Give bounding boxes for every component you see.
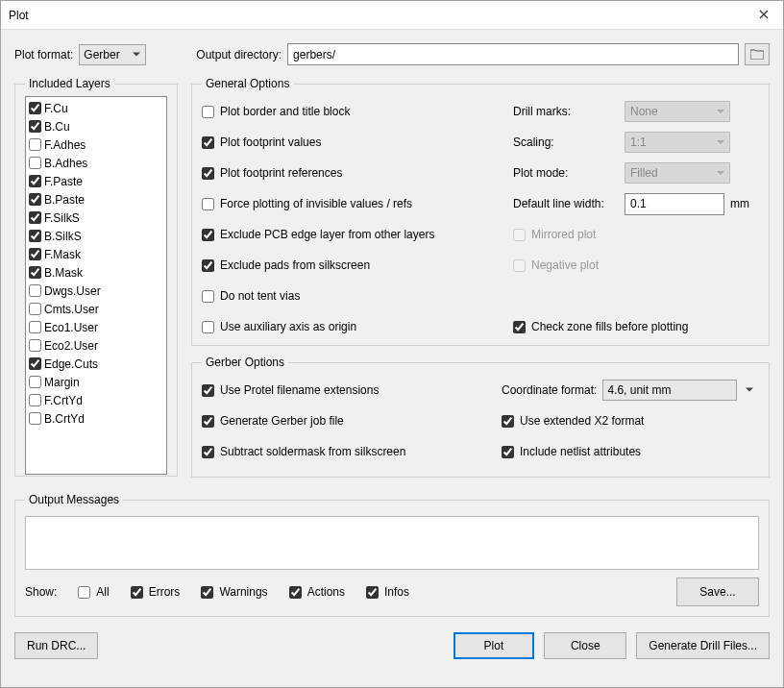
layer-item[interactable]: B.Mask [29,263,163,282]
layer-checkbox[interactable] [29,412,41,425]
layer-checkbox[interactable] [29,138,41,151]
netlist-label: Include netlist attributes [520,445,641,458]
layer-item[interactable]: F.CrtYd [29,391,163,409]
general-footprint-refs-checkbox[interactable] [202,167,214,180]
general-force-invisible-checkbox[interactable] [202,198,214,210]
layer-name: F.Mask [44,248,81,261]
layer-name: B.CrtYd [44,412,85,426]
plot-format-select[interactable]: Gerber [79,44,146,65]
general-exclude-pads[interactable]: Exclude pads from silkscreen [202,250,490,281]
general-options-legend: General Options [202,77,293,90]
layer-checkbox[interactable] [29,357,41,370]
general-border[interactable]: Plot border and title block [202,96,490,127]
show-infos-checkbox[interactable] [366,586,379,599]
general-border-label: Plot border and title block [220,105,350,118]
layer-name: B.SilkS [44,230,82,243]
layer-checkbox[interactable] [29,339,41,352]
x2-checkbox[interactable] [502,415,514,428]
layer-item[interactable]: F.Paste [29,172,163,190]
layer-checkbox[interactable] [29,284,41,297]
layer-item[interactable]: B.SilkS [29,227,163,245]
layer-item[interactable]: Cmts.User [29,300,163,318]
layer-item[interactable]: B.Adhes [29,154,163,172]
layer-item[interactable]: Edge.Cuts [29,355,163,373]
output-messages-legend: Output Messages [25,493,123,506]
output-dir-input[interactable] [287,43,739,65]
layer-checkbox[interactable] [29,193,41,206]
output-messages-group: Output Messages Show: All Errors Warning… [14,493,770,617]
general-footprint-values-label: Plot footprint values [220,135,321,149]
gerber-subtract[interactable]: Subtract soldermask from silkscreen [202,436,490,467]
general-footprint-values-checkbox[interactable] [202,136,214,149]
layer-item[interactable]: Dwgs.User [29,282,163,300]
layer-name: Margin [44,376,80,389]
check-zone-label: Check zone fills before plotting [531,320,688,333]
plot-button[interactable]: Plot [453,632,535,659]
coord-format-select[interactable]: 4.6, unit mm [602,380,737,401]
layer-name: B.Adhes [44,157,87,170]
general-aux-axis[interactable]: Use auxiliary axis as origin [202,311,490,342]
layer-item[interactable]: B.Paste [29,190,163,209]
layer-name: F.CrtYd [44,394,83,407]
browse-dir-button[interactable] [745,43,770,65]
layer-checkbox[interactable] [29,157,41,169]
general-no-tent-checkbox[interactable] [202,290,214,303]
generate-drill-button[interactable]: Generate Drill Files... [636,632,770,659]
general-exclude-edge[interactable]: Exclude PCB edge layer from other layers [202,219,490,250]
general-aux-axis-checkbox[interactable] [202,321,214,333]
layer-item[interactable]: B.Cu [29,117,163,135]
close-icon[interactable] [752,9,775,22]
close-button[interactable]: Close [544,632,626,659]
gerber-protel-checkbox[interactable] [202,384,214,397]
gerber-jobfile-label: Generate Gerber job file [220,414,344,428]
layer-checkbox[interactable] [29,175,41,187]
layer-checkbox[interactable] [29,211,41,224]
check-zone-checkbox[interactable] [513,321,526,333]
layer-checkbox[interactable] [29,321,41,333]
save-button[interactable]: Save... [676,577,759,606]
layer-checkbox[interactable] [29,303,41,315]
general-force-invisible[interactable]: Force plotting of invisible values / ref… [202,188,490,219]
netlist-checkbox[interactable] [502,446,514,458]
gerber-subtract-checkbox[interactable] [202,446,214,458]
layer-name: B.Paste [44,193,85,207]
run-drc-button[interactable]: Run DRC... [14,632,98,659]
show-errors-checkbox[interactable] [131,586,143,599]
layer-name: Edge.Cuts [44,357,98,371]
layer-checkbox[interactable] [29,394,41,406]
layer-item[interactable]: F.Adhes [29,135,163,154]
layer-checkbox[interactable] [29,120,41,133]
layer-item[interactable]: Eco1.User [29,318,163,336]
layer-checkbox[interactable] [29,266,41,279]
scaling-label: Scaling: [513,135,619,149]
layer-checkbox[interactable] [29,376,41,388]
layer-item[interactable]: B.CrtYd [29,409,163,428]
layer-checkbox[interactable] [29,230,41,242]
window-title: Plot [9,9,752,22]
gerber-jobfile[interactable]: Generate Gerber job file [202,405,490,436]
default-lw-input[interactable] [625,193,724,215]
layer-item[interactable]: Margin [29,373,163,391]
show-warnings-checkbox[interactable] [201,586,213,599]
layer-item[interactable]: F.SilkS [29,209,163,227]
layer-name: F.Adhes [44,138,86,152]
layer-checkbox[interactable] [29,102,41,114]
general-exclude-edge-checkbox[interactable] [202,229,214,241]
general-exclude-pads-checkbox[interactable] [202,259,214,272]
gerber-protel[interactable]: Use Protel filename extensions [202,375,490,405]
general-border-checkbox[interactable] [202,106,214,118]
negative-checkbox [513,259,526,272]
layer-item[interactable]: Eco2.User [29,336,163,355]
mirrored-label: Mirrored plot [531,228,596,241]
layer-item[interactable]: F.Cu [29,99,163,117]
general-no-tent[interactable]: Do not tent vias [202,281,490,311]
show-actions-checkbox[interactable] [289,586,302,599]
layer-checkbox[interactable] [29,248,41,260]
layers-list[interactable]: F.CuB.CuF.AdhesB.AdhesF.PasteB.PasteF.Si… [25,96,167,475]
layer-item[interactable]: F.Mask [29,245,163,263]
show-all-checkbox[interactable] [78,586,90,599]
gerber-jobfile-checkbox[interactable] [202,415,214,428]
general-footprint-values[interactable]: Plot footprint values [202,127,490,158]
general-footprint-refs[interactable]: Plot footprint references [202,158,490,188]
output-text-area [25,516,759,570]
